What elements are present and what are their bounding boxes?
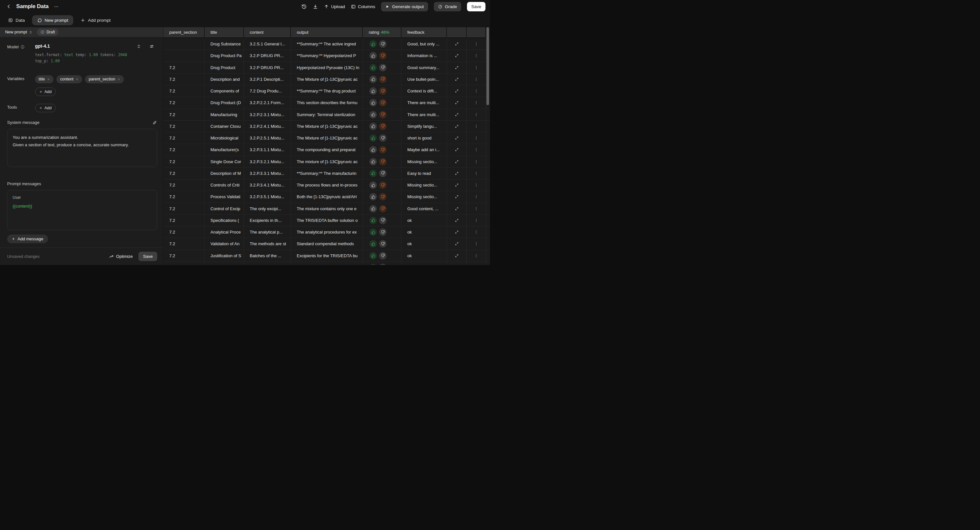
optimize-button[interactable]: Optimize [109,254,133,259]
thumbs-up-icon[interactable] [369,216,377,224]
thumbs-down-icon[interactable] [379,134,387,142]
table-row[interactable]: 7.2Description and3.2.P.1 Descripti...Th… [164,74,490,85]
thumbs-down-icon[interactable] [379,99,387,107]
expand-row-icon[interactable] [455,171,459,175]
model-select-chevrons-icon[interactable] [137,44,141,49]
chip-remove-icon[interactable] [118,78,120,81]
row-menu-icon[interactable] [474,207,478,211]
thumbs-up-icon[interactable] [369,240,377,247]
thumbs-up-icon[interactable] [369,134,377,142]
vertical-scrollbar[interactable] [487,27,489,105]
table-row[interactable]: 7.2Excipients of HuNo excipient used inA… [164,262,490,265]
table-row[interactable]: 7.2Container Closu3.2.P.2.4.1 Mixtu...Th… [164,121,490,132]
thumbs-down-icon[interactable] [379,228,387,236]
thumbs-down-icon[interactable] [379,87,387,95]
thumbs-up-icon[interactable] [369,87,377,95]
row-menu-icon[interactable] [474,218,478,223]
generate-output-button[interactable]: Generate output [381,2,428,11]
table-row[interactable]: 7.2Microbiological3.2.P.2.5.1 Mixtu...Th… [164,132,490,144]
expand-row-icon[interactable] [455,148,459,152]
expand-row-icon[interactable] [455,183,459,187]
row-menu-icon[interactable] [474,89,478,93]
col-header-title[interactable]: title [205,27,244,37]
row-menu-icon[interactable] [474,136,478,140]
chip-remove-icon[interactable] [47,78,50,81]
table-row[interactable]: 7.2Process Validati3.2.P.3.5.1 Mixtu...B… [164,191,490,203]
thumbs-down-icon[interactable] [379,111,387,118]
model-settings-sliders-icon[interactable] [150,44,154,49]
expand-row-icon[interactable] [455,195,459,199]
row-menu-icon[interactable] [474,124,478,129]
thumbs-up-icon[interactable] [369,264,377,265]
variable-chip[interactable]: title [35,75,54,83]
col-header-parent-section[interactable]: parent_section [164,27,205,37]
thumbs-up-icon[interactable] [369,170,377,177]
columns-button[interactable]: Columns [351,4,375,9]
chip-remove-icon[interactable] [76,78,78,81]
expand-row-icon[interactable] [455,113,459,117]
row-menu-icon[interactable] [474,113,478,117]
thumbs-up-icon[interactable] [369,52,377,59]
expand-row-icon[interactable] [455,254,459,258]
more-menu-button[interactable] [52,3,60,10]
row-menu-icon[interactable] [474,42,478,46]
back-button[interactable] [5,3,12,10]
row-menu-icon[interactable] [474,242,478,246]
expand-row-icon[interactable] [455,100,459,105]
row-menu-icon[interactable] [474,100,478,105]
thumbs-down-icon[interactable] [379,240,387,247]
thumbs-up-icon[interactable] [369,111,377,118]
history-icon[interactable] [301,4,307,10]
row-menu-icon[interactable] [474,230,478,234]
thumbs-down-icon[interactable] [379,123,387,130]
table-row[interactable]: 7.2Components of7.2 Drug Produ...**Summa… [164,85,490,97]
col-header-feedback[interactable]: feedback [401,27,447,37]
expand-row-icon[interactable] [455,230,459,234]
grade-button[interactable]: Grade [434,2,461,11]
thumbs-up-icon[interactable] [369,40,377,48]
thumbs-up-icon[interactable] [369,158,377,166]
thumbs-up-icon[interactable] [369,64,377,72]
row-menu-icon[interactable] [474,65,478,70]
table-row[interactable]: 7.2Description of M3.2.P.3.3.1 Mixtu...*… [164,168,490,179]
table-row[interactable]: 7.2Control of ExcipThe only excipi...The… [164,203,490,215]
thumbs-up-icon[interactable] [369,99,377,107]
table-row[interactable]: 7.2Drug Product (D3.2.P.2.2.1 Form...Thi… [164,97,490,109]
draft-badge[interactable]: Draft [37,29,58,36]
thumbs-up-icon[interactable] [369,123,377,130]
table-row[interactable]: Drug Product Pa3.2.P DRUG PR...**Summary… [164,50,490,62]
thumbs-down-icon[interactable] [379,193,387,201]
add-prompt-button[interactable]: Add prompt [77,16,114,25]
thumbs-down-icon[interactable] [379,76,387,83]
model-name[interactable]: gpt-4.1 [35,43,127,49]
table-row[interactable]: 7.2Controls of Criti3.2.P.3.4.1 Mixtu...… [164,179,490,191]
thumbs-down-icon[interactable] [379,158,387,166]
table-row[interactable]: 7.2Analytical ProceThe analytical p...Th… [164,226,490,238]
add-message-button[interactable]: Add message [7,234,48,243]
thumbs-down-icon[interactable] [379,205,387,212]
prompt-selector[interactable]: New prompt [5,30,32,34]
row-menu-icon[interactable] [474,183,478,187]
variable-chip[interactable]: parent_section [85,75,124,83]
table-row[interactable]: 7.2Drug Product3.2.P DRUG PR...Hyperpola… [164,62,490,74]
thumbs-down-icon[interactable] [379,181,387,189]
download-icon[interactable] [313,4,318,10]
upload-button[interactable]: Upload [324,4,345,9]
thumbs-down-icon[interactable] [379,170,387,177]
system-message-box[interactable]: You are a summarization assistant. Given… [7,129,157,167]
row-menu-icon[interactable] [474,77,478,81]
expand-row-icon[interactable] [455,136,459,140]
magic-edit-icon[interactable] [153,120,157,125]
row-menu-icon[interactable] [474,148,478,152]
thumbs-up-icon[interactable] [369,228,377,236]
add-variable-button[interactable]: Add [35,88,56,96]
thumbs-up-icon[interactable] [369,205,377,212]
table-row[interactable]: 7.2Justification of SBatches of the ...E… [164,250,490,262]
add-tool-button[interactable]: Add [35,104,56,112]
thumbs-down-icon[interactable] [379,52,387,59]
save-button-panel[interactable]: Save [138,252,157,261]
table-row[interactable]: 7.2Manufacturing3.2.P.2.3.1 Mixtu...Summ… [164,109,490,121]
expand-row-icon[interactable] [455,89,459,93]
save-button-top[interactable]: Save [467,2,485,11]
row-menu-icon[interactable] [474,254,478,258]
